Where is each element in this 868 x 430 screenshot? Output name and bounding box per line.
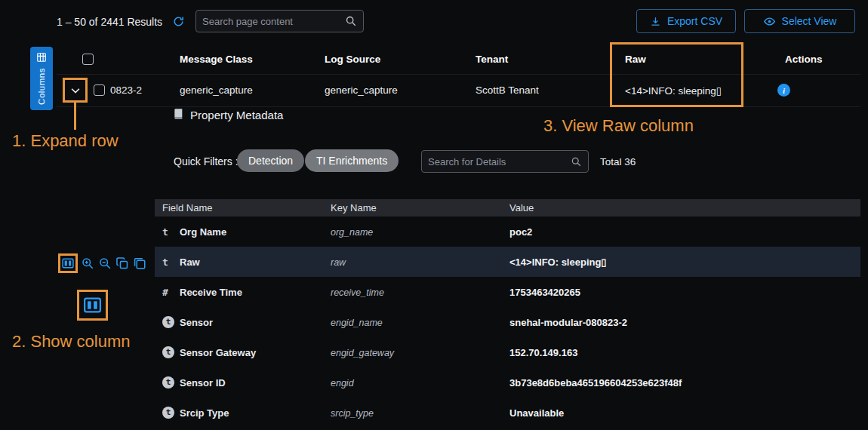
log-viewer-screen: 1 – 50 of 2441 Results Export CSV Select… [0, 0, 868, 430]
details-row[interactable]: Sensor engid_name snehal-modular-080823-… [155, 307, 860, 337]
column-header-actions: Actions [785, 54, 823, 65]
field-name: Receive Time [180, 287, 242, 298]
field-name: Sensor [180, 317, 213, 328]
quick-filters-label: Quick Filters : [174, 155, 239, 167]
details-header-key: Key Name [331, 202, 377, 213]
export-csv-button[interactable]: Export CSV [636, 9, 736, 33]
column-header-raw[interactable]: Raw [625, 54, 646, 65]
section-title: Property Metadata [190, 109, 283, 121]
refresh-button[interactable] [172, 15, 185, 28]
field-value: snehal-modular-080823-2 [509, 317, 627, 328]
details-search [421, 150, 589, 173]
download-icon [650, 16, 661, 27]
copy-all-button[interactable] [133, 256, 146, 270]
select-view-label: Select View [782, 15, 837, 27]
row-tenant: ScottB Tenant [476, 84, 539, 96]
page-search-input[interactable] [202, 16, 340, 27]
key-name: raw [331, 257, 346, 268]
details-row[interactable]: Sensor ID engid 3b73e8d6beba465196604253… [155, 367, 860, 398]
annotation-line-step1 [74, 103, 76, 130]
zoom-in-button[interactable] [81, 256, 94, 270]
total-count: Total 36 [600, 156, 636, 167]
results-count: 1 – 50 of 2441 Results [57, 16, 162, 28]
annotation-box-raw-column [610, 42, 743, 107]
field-value: Unavailable [509, 407, 564, 419]
info-icon[interactable]: i [777, 84, 790, 97]
show-column-icon [61, 256, 75, 270]
field-value: 3b73e8d6beba465196604253e623f48f [509, 377, 682, 389]
text-type-icon [162, 227, 168, 237]
field-name: Org Name [180, 226, 226, 238]
row-divider [57, 106, 860, 107]
text-type-icon [162, 257, 168, 267]
annotation-step2: 2. Show column [12, 332, 131, 352]
annotation-step1: 1. Expand row [12, 131, 119, 151]
details-row[interactable]: Srcip Type srcip_type Unavailable [155, 398, 860, 428]
row-log-source: generic_capture [325, 84, 398, 96]
field-value: poc2 [509, 226, 532, 238]
eye-icon [763, 15, 776, 28]
column-header-tenant[interactable]: Tenant [476, 54, 508, 65]
refresh-icon [172, 15, 185, 28]
copy-button[interactable] [115, 256, 129, 270]
field-name: Raw [180, 256, 200, 268]
number-type-icon [162, 287, 168, 297]
key-name: receive_time [331, 287, 384, 298]
details-row[interactable]: Org Name org_name poc2 [155, 217, 860, 247]
export-csv-label: Export CSV [667, 15, 722, 27]
search-icon [571, 156, 582, 167]
details-row[interactable]: Receive Time receive_time 1753463420265 [155, 277, 860, 307]
details-search-input[interactable] [428, 156, 566, 167]
annotation-step3: 3. View Raw column [543, 116, 694, 136]
page-search [195, 10, 364, 32]
chevron-down-icon [69, 84, 82, 97]
copy-icon [115, 256, 129, 270]
filter-ti-enrichments[interactable]: TI Enrichments [305, 149, 399, 172]
field-value: 152.70.149.163 [509, 347, 577, 358]
row-id: 0823-2 [110, 84, 142, 96]
columns-button[interactable]: Columns [30, 47, 53, 110]
details-header-value: Value [509, 202, 534, 213]
column-header-log-source[interactable]: Log Source [325, 54, 380, 65]
select-view-button[interactable]: Select View [744, 9, 855, 33]
field-value: <14>INFO: sleeping▯ [509, 256, 607, 268]
key-name: engid [331, 378, 354, 389]
book-icon [172, 108, 184, 120]
text-circle-type-icon [162, 346, 174, 358]
filter-detection[interactable]: Detection [237, 149, 304, 172]
grid-icon [36, 52, 47, 63]
field-value: 1753463420265 [509, 287, 580, 298]
show-column-button[interactable] [61, 256, 75, 270]
show-column-icon [82, 295, 103, 315]
zoom-in-icon [81, 256, 94, 270]
key-name: engid_name [331, 318, 383, 328]
text-circle-type-icon [162, 376, 174, 389]
row-checkbox[interactable] [94, 84, 105, 96]
show-column-button-large[interactable] [82, 295, 103, 315]
select-all-checkbox[interactable] [82, 54, 94, 65]
column-header-message-class[interactable]: Message Class [180, 54, 253, 65]
search-icon [345, 15, 357, 27]
field-name: Sensor Gateway [180, 347, 256, 358]
header-divider [57, 74, 860, 75]
expand-row-button[interactable] [66, 81, 85, 100]
key-name: engid_gateway [331, 348, 394, 358]
text-circle-type-icon [162, 316, 174, 328]
copy-all-icon [133, 256, 146, 270]
details-row-raw-highlighted[interactable]: Raw raw <14>INFO: sleeping▯ [155, 247, 860, 277]
details-header-field: Field Name [162, 202, 212, 213]
row-raw-value: <14>INFO: sleeping▯ [625, 84, 722, 97]
text-circle-type-icon [162, 407, 174, 419]
details-table-header: Field Name Key Name Value [155, 199, 860, 217]
key-name: srcip_type [331, 408, 374, 419]
field-name: Sensor ID [180, 377, 226, 389]
row-message-class: generic_capture [180, 84, 253, 96]
columns-button-label: Columns [37, 68, 46, 105]
key-name: org_name [331, 227, 373, 238]
details-row[interactable]: Sensor Gateway engid_gateway 152.70.149.… [155, 337, 860, 367]
zoom-out-button[interactable] [98, 256, 112, 270]
field-name: Srcip Type [180, 407, 229, 419]
zoom-out-icon [98, 256, 112, 270]
